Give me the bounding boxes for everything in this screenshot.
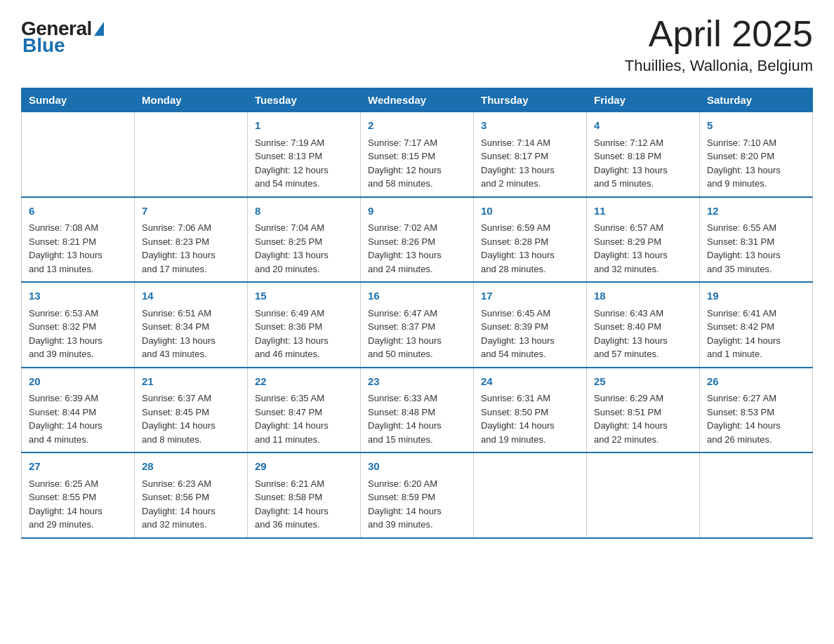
day-number: 5 bbox=[707, 118, 805, 134]
calendar-table: SundayMondayTuesdayWednesdayThursdayFrid… bbox=[21, 88, 813, 539]
day-info: and 1 minute. bbox=[707, 347, 805, 361]
day-info: Daylight: 13 hours bbox=[368, 334, 466, 348]
day-info: Sunrise: 6:57 AM bbox=[594, 221, 692, 235]
calendar-cell: 24Sunrise: 6:31 AMSunset: 8:50 PMDayligh… bbox=[474, 368, 587, 453]
calendar-cell bbox=[135, 112, 248, 197]
day-info: Sunset: 8:53 PM bbox=[707, 405, 805, 420]
calendar-cell: 14Sunrise: 6:51 AMSunset: 8:34 PMDayligh… bbox=[135, 282, 248, 368]
day-info: Daylight: 13 hours bbox=[481, 163, 579, 177]
day-info: Sunrise: 6:45 AM bbox=[481, 307, 579, 321]
calendar-cell: 21Sunrise: 6:37 AMSunset: 8:45 PMDayligh… bbox=[135, 368, 248, 453]
weekday-header-monday: Monday bbox=[135, 88, 248, 112]
day-number: 28 bbox=[142, 459, 240, 475]
day-number: 3 bbox=[481, 118, 579, 134]
day-info: Sunrise: 6:59 AM bbox=[481, 221, 579, 235]
day-info: and 32 minutes. bbox=[594, 262, 692, 276]
day-info: Sunrise: 7:14 AM bbox=[481, 136, 579, 150]
day-info: Daylight: 14 hours bbox=[142, 419, 240, 433]
day-number: 27 bbox=[29, 459, 127, 475]
day-info: Sunrise: 7:02 AM bbox=[368, 221, 466, 235]
day-info: Sunset: 8:39 PM bbox=[481, 320, 579, 334]
calendar-cell: 23Sunrise: 6:33 AMSunset: 8:48 PMDayligh… bbox=[361, 368, 474, 453]
week-row-4: 20Sunrise: 6:39 AMSunset: 8:44 PMDayligh… bbox=[22, 368, 813, 453]
calendar-cell: 16Sunrise: 6:47 AMSunset: 8:37 PMDayligh… bbox=[361, 282, 474, 368]
day-info: and 43 minutes. bbox=[142, 347, 240, 361]
day-info: Sunset: 8:32 PM bbox=[29, 320, 127, 334]
week-row-2: 6Sunrise: 7:08 AMSunset: 8:21 PMDaylight… bbox=[22, 197, 813, 283]
day-info: Daylight: 13 hours bbox=[29, 248, 127, 262]
day-number: 1 bbox=[255, 118, 353, 134]
day-info: and 28 minutes. bbox=[481, 262, 579, 276]
calendar-cell bbox=[700, 452, 813, 538]
weekday-header-row: SundayMondayTuesdayWednesdayThursdayFrid… bbox=[22, 88, 813, 112]
day-info: Sunrise: 7:12 AM bbox=[594, 136, 692, 150]
day-number: 12 bbox=[707, 203, 805, 220]
day-info: and 8 minutes. bbox=[142, 433, 240, 447]
day-info: Sunset: 8:23 PM bbox=[142, 235, 240, 249]
day-info: Sunrise: 6:33 AM bbox=[368, 391, 466, 405]
day-number: 23 bbox=[368, 374, 466, 390]
day-info: Sunset: 8:26 PM bbox=[368, 235, 466, 249]
day-info: Daylight: 14 hours bbox=[707, 334, 805, 348]
calendar-cell: 17Sunrise: 6:45 AMSunset: 8:39 PMDayligh… bbox=[474, 282, 587, 368]
day-info: Sunrise: 7:19 AM bbox=[255, 136, 353, 150]
day-info: Sunrise: 6:41 AM bbox=[707, 307, 805, 321]
day-info: Daylight: 14 hours bbox=[142, 504, 240, 518]
day-info: Sunrise: 7:17 AM bbox=[368, 136, 466, 150]
weekday-header-saturday: Saturday bbox=[700, 88, 813, 112]
day-info: Sunset: 8:13 PM bbox=[255, 149, 353, 163]
day-number: 24 bbox=[481, 374, 579, 390]
calendar-cell: 4Sunrise: 7:12 AMSunset: 8:18 PMDaylight… bbox=[587, 112, 700, 197]
day-info: and 15 minutes. bbox=[368, 433, 466, 447]
day-info: Daylight: 13 hours bbox=[481, 334, 579, 348]
day-info: Sunset: 8:58 PM bbox=[255, 490, 353, 504]
day-info: and 2 minutes. bbox=[481, 177, 579, 191]
day-info: Daylight: 14 hours bbox=[255, 504, 353, 518]
calendar-cell: 1Sunrise: 7:19 AMSunset: 8:13 PMDaylight… bbox=[248, 112, 361, 197]
day-info: Sunset: 8:56 PM bbox=[142, 490, 240, 504]
day-info: Sunset: 8:34 PM bbox=[142, 320, 240, 334]
day-info: Sunrise: 6:27 AM bbox=[707, 391, 805, 405]
day-info: Sunset: 8:44 PM bbox=[29, 405, 127, 420]
day-info: and 5 minutes. bbox=[594, 177, 692, 191]
day-number: 21 bbox=[142, 374, 240, 390]
day-info: Daylight: 13 hours bbox=[255, 248, 353, 262]
day-info: Daylight: 14 hours bbox=[368, 419, 466, 433]
day-info: Sunrise: 6:47 AM bbox=[368, 307, 466, 321]
weekday-header-sunday: Sunday bbox=[22, 88, 135, 112]
day-info: Sunset: 8:36 PM bbox=[255, 320, 353, 334]
month-title: April 2025 bbox=[625, 14, 813, 54]
day-info: Sunrise: 6:35 AM bbox=[255, 391, 353, 405]
day-info: and 54 minutes. bbox=[255, 177, 353, 191]
day-number: 6 bbox=[29, 203, 127, 220]
day-info: and 46 minutes. bbox=[255, 347, 353, 361]
day-number: 13 bbox=[29, 288, 127, 304]
day-number: 20 bbox=[29, 374, 127, 390]
day-info: and 57 minutes. bbox=[594, 347, 692, 361]
day-info: Sunrise: 6:21 AM bbox=[255, 477, 353, 491]
calendar-cell: 12Sunrise: 6:55 AMSunset: 8:31 PMDayligh… bbox=[700, 197, 813, 283]
logo: General Blue bbox=[21, 14, 104, 57]
day-number: 19 bbox=[707, 288, 805, 304]
day-number: 16 bbox=[368, 288, 466, 304]
day-info: and 11 minutes. bbox=[255, 433, 353, 447]
day-info: Sunrise: 6:43 AM bbox=[594, 307, 692, 321]
day-info: and 9 minutes. bbox=[707, 177, 805, 191]
day-info: and 36 minutes. bbox=[255, 518, 353, 532]
day-info: and 20 minutes. bbox=[255, 262, 353, 276]
calendar-cell: 3Sunrise: 7:14 AMSunset: 8:17 PMDaylight… bbox=[474, 112, 587, 197]
day-info: Sunrise: 7:06 AM bbox=[142, 221, 240, 235]
day-info: Daylight: 14 hours bbox=[29, 504, 127, 518]
day-info: Daylight: 12 hours bbox=[255, 163, 353, 177]
day-info: Daylight: 14 hours bbox=[255, 419, 353, 433]
day-info: Sunrise: 7:10 AM bbox=[707, 136, 805, 150]
day-info: and 54 minutes. bbox=[481, 347, 579, 361]
day-info: Sunset: 8:17 PM bbox=[481, 149, 579, 163]
day-info: and 22 minutes. bbox=[594, 433, 692, 447]
calendar-cell: 26Sunrise: 6:27 AMSunset: 8:53 PMDayligh… bbox=[700, 368, 813, 453]
calendar-cell: 10Sunrise: 6:59 AMSunset: 8:28 PMDayligh… bbox=[474, 197, 587, 283]
day-info: Daylight: 14 hours bbox=[707, 419, 805, 433]
day-info: and 32 minutes. bbox=[142, 518, 240, 532]
day-info: Sunset: 8:21 PM bbox=[29, 235, 127, 249]
day-info: Daylight: 13 hours bbox=[255, 334, 353, 348]
